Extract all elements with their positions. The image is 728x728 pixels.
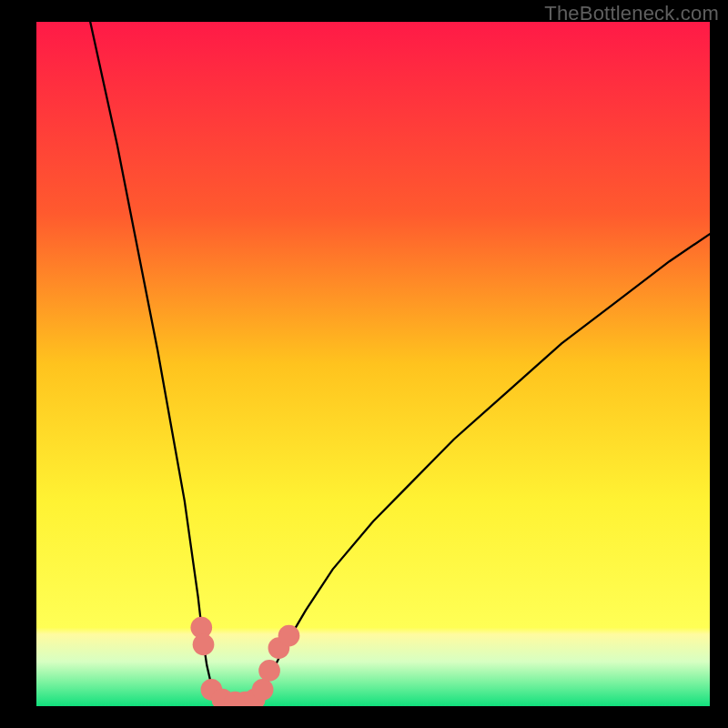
plot-area [36, 22, 710, 706]
gradient-background [36, 22, 710, 706]
marker-8 [258, 660, 280, 682]
marker-1 [193, 633, 215, 655]
marker-10 [278, 625, 300, 647]
marker-7 [252, 679, 274, 701]
chart-frame: TheBottleneck.com [0, 0, 728, 728]
chart-svg [36, 22, 710, 706]
